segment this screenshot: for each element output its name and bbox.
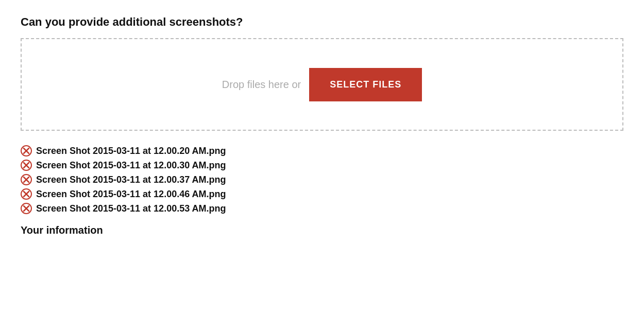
dropzone[interactable]: Drop files here or SELECT FILES [21, 38, 623, 131]
list-item: Screen Shot 2015-03-11 at 12.00.46 AM.pn… [21, 188, 623, 200]
page-title: Can you provide additional screenshots? [21, 15, 623, 29]
section-label: Your information [21, 224, 623, 236]
remove-icon[interactable] [21, 160, 32, 171]
list-item: Screen Shot 2015-03-11 at 12.00.53 AM.pn… [21, 203, 623, 214]
file-name: Screen Shot 2015-03-11 at 12.00.53 AM.pn… [36, 203, 226, 214]
remove-icon[interactable] [21, 145, 32, 156]
list-item: Screen Shot 2015-03-11 at 12.00.37 AM.pn… [21, 174, 623, 185]
remove-icon[interactable] [21, 188, 32, 200]
drop-text: Drop files here or [222, 79, 301, 91]
list-item: Screen Shot 2015-03-11 at 12.00.30 AM.pn… [21, 160, 623, 171]
remove-icon[interactable] [21, 203, 32, 214]
remove-icon[interactable] [21, 174, 32, 185]
file-name: Screen Shot 2015-03-11 at 12.00.46 AM.pn… [36, 189, 226, 200]
file-name: Screen Shot 2015-03-11 at 12.00.30 AM.pn… [36, 160, 226, 171]
list-item: Screen Shot 2015-03-11 at 12.00.20 AM.pn… [21, 145, 623, 156]
file-list: Screen Shot 2015-03-11 at 12.00.20 AM.pn… [21, 145, 623, 214]
select-files-button[interactable]: SELECT FILES [309, 68, 422, 101]
file-name: Screen Shot 2015-03-11 at 12.00.20 AM.pn… [36, 146, 226, 156]
file-name: Screen Shot 2015-03-11 at 12.00.37 AM.pn… [36, 175, 226, 185]
